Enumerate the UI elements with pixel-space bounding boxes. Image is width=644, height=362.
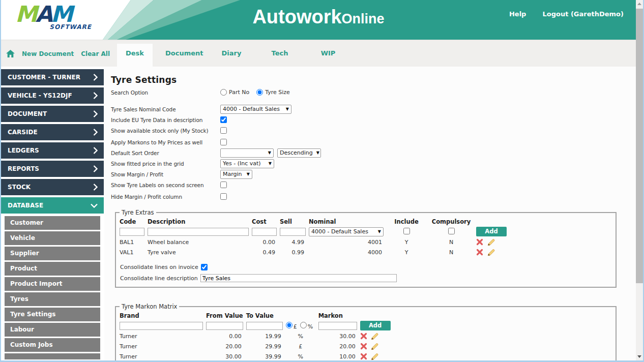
fitted-price-value: Yes - (Inc vat) xyxy=(223,160,261,167)
delete-icon[interactable] xyxy=(360,333,367,340)
markon-row-brand: Turner xyxy=(118,331,204,341)
col-header-sell: Sell xyxy=(278,218,307,226)
extras-row-cost: 0.49 xyxy=(250,247,278,257)
sidebar-section-document[interactable]: DOCUMENT xyxy=(1,106,104,122)
edit-pencil-icon[interactable] xyxy=(371,343,378,350)
sidebar-section-stock[interactable]: STOCK xyxy=(1,179,104,195)
extras-add-button[interactable]: Add xyxy=(476,227,507,236)
extras-cost-input[interactable] xyxy=(252,228,277,236)
delete-icon[interactable] xyxy=(360,343,367,350)
extras-description-input[interactable] xyxy=(148,228,249,236)
table-row: VAL1 Tyre valve 0.49 0.99 4000 Y N xyxy=(118,247,510,257)
page-title: Tyre Settings xyxy=(111,75,636,85)
extras-row-cost: 0.00 xyxy=(250,237,278,247)
sidebar-section-carside[interactable]: CARSIDE xyxy=(1,124,104,140)
sidebar-section-label: VEHICLE - YS12DJF xyxy=(8,92,72,99)
tyre-extras-input-row: 4000 - Default Sales▼ Add xyxy=(118,226,510,237)
consolidate-description-input[interactable] xyxy=(200,274,397,282)
tyre-extras-fieldset: Tyre Extras Code Description Cost Sell N… xyxy=(115,209,617,288)
tab-tech-data[interactable]: Tech Data xyxy=(262,44,298,67)
edit-pencil-icon[interactable] xyxy=(487,249,495,256)
edit-pencil-icon[interactable] xyxy=(371,333,378,340)
extras-row-nominal: 4000 xyxy=(307,247,385,257)
markon-brand-input[interactable] xyxy=(120,322,203,330)
radio-pound[interactable] xyxy=(286,322,292,328)
scrollbar-up-button[interactable] xyxy=(636,0,643,8)
sidebar-section-vehicle[interactable]: VEHICLE - YS12DJF xyxy=(1,87,104,104)
markon-row-to: 29.99 xyxy=(245,341,284,351)
markon-row-from: 0.00 xyxy=(204,331,245,341)
chevron-right-icon xyxy=(93,92,98,99)
table-row: Turner 0.00 19.99 % 30.00 xyxy=(118,331,407,341)
sidebar-section-database[interactable]: DATABASE xyxy=(1,197,104,214)
sidebar-database-submenu: Customer Vehicle Supplier Product Produc… xyxy=(5,216,100,359)
apply-markons-checkbox[interactable] xyxy=(220,139,227,145)
tab-desk[interactable]: Desk xyxy=(117,44,153,67)
col-header-markon: Markon xyxy=(317,312,359,320)
sidebar-item-labour[interactable]: Labour xyxy=(5,323,100,337)
delete-icon[interactable] xyxy=(476,238,483,246)
margin-profit-select[interactable]: Margin▼ xyxy=(220,170,252,179)
markon-from-input[interactable] xyxy=(206,322,243,330)
help-link[interactable]: Help xyxy=(509,10,526,18)
fitted-price-select[interactable]: Yes - (Inc vat)▼ xyxy=(220,159,274,168)
sidebar-item-customer[interactable]: Customer xyxy=(5,216,100,230)
markon-to-input[interactable] xyxy=(246,322,283,330)
delete-icon[interactable] xyxy=(476,249,483,256)
sidebar-section-ledgers[interactable]: LEDGERS xyxy=(1,142,104,159)
consolidate-lines-checkbox[interactable] xyxy=(201,264,208,270)
sort-direction-select[interactable]: Descending▼ xyxy=(277,148,321,158)
extras-sell-input[interactable] xyxy=(280,228,306,236)
radio-part-no[interactable] xyxy=(220,89,227,96)
radio-percent[interactable] xyxy=(300,322,307,328)
tab-diary[interactable]: Diary xyxy=(214,44,249,67)
scrollbar-down-button[interactable] xyxy=(636,352,643,360)
markon-value-input[interactable] xyxy=(318,322,357,330)
product-title-main: Autowork xyxy=(252,6,341,27)
edit-pencil-icon[interactable] xyxy=(487,238,495,246)
extras-include-checkbox[interactable] xyxy=(403,228,410,234)
chevron-down-icon xyxy=(91,203,98,208)
markon-add-button[interactable]: Add xyxy=(360,321,391,330)
edit-pencil-icon[interactable] xyxy=(371,353,378,360)
radio-tyre-size[interactable] xyxy=(256,89,263,96)
new-document-link[interactable]: New Document xyxy=(22,50,74,57)
logout-link[interactable]: Logout (GarethDemo) xyxy=(542,10,624,18)
tab-wip[interactable]: WIP xyxy=(310,44,346,67)
chevron-right-icon xyxy=(93,147,98,154)
nominal-code-select[interactable]: 4000 - Default Sales▼ xyxy=(220,105,291,114)
scrollbar-thumb[interactable] xyxy=(636,9,643,283)
clear-all-link[interactable]: Clear All xyxy=(81,50,110,57)
sidebar-item-custom-jobs[interactable]: Custom Jobs xyxy=(5,338,100,352)
sidebar-item-product-import[interactable]: Product Import xyxy=(5,277,100,291)
extras-compulsory-checkbox[interactable] xyxy=(448,228,455,234)
tyre-markon-matrix-legend: Tyre Markon Matrix xyxy=(120,303,179,310)
extras-row-sell: 0.99 xyxy=(278,247,307,257)
delete-icon[interactable] xyxy=(360,353,367,360)
tyre-labels-checkbox[interactable] xyxy=(220,182,227,188)
sidebar-item-product[interactable]: Product xyxy=(5,262,100,276)
sidebar-section-reports[interactable]: REPORTS xyxy=(1,161,104,177)
app-header: MAM SOFTWARE AutoworkOnline Help Logout … xyxy=(1,0,636,40)
sidebar-item-supplier[interactable]: Supplier xyxy=(5,247,100,260)
tab-document[interactable]: Document xyxy=(165,44,201,67)
extras-code-input[interactable] xyxy=(120,228,144,236)
sidebar-item-tyre-settings[interactable]: Tyre Settings xyxy=(5,308,100,321)
sidebar-section-customer[interactable]: CUSTOMER - TURNER xyxy=(1,69,104,85)
markon-row-brand: Turner xyxy=(118,341,204,351)
markon-row-from: 30.00 xyxy=(204,351,245,360)
extras-nominal-select[interactable]: 4000 - Default Sales▼ xyxy=(309,227,384,236)
vertical-scrollbar[interactable] xyxy=(636,0,643,360)
table-row: BAL1 Wheel balance 0.00 4.99 4001 Y N xyxy=(118,237,510,247)
col-header-nominal: Nominal xyxy=(307,218,385,226)
sidebar-item-tyres[interactable]: Tyres xyxy=(5,292,100,306)
home-icon[interactable] xyxy=(6,50,15,57)
col-header-cost: Cost xyxy=(250,218,278,226)
include-eu-checkbox[interactable] xyxy=(220,116,227,123)
my-stock-checkbox[interactable] xyxy=(220,127,227,134)
sidebar-item-clipped[interactable] xyxy=(5,353,100,359)
hide-margin-checkbox[interactable] xyxy=(220,193,227,200)
sidebar-item-vehicle[interactable]: Vehicle xyxy=(5,231,100,245)
sort-order-select[interactable]: ▼ xyxy=(220,148,274,158)
tab-bar: Desk Document Diary Tech Data WIP xyxy=(117,40,359,67)
